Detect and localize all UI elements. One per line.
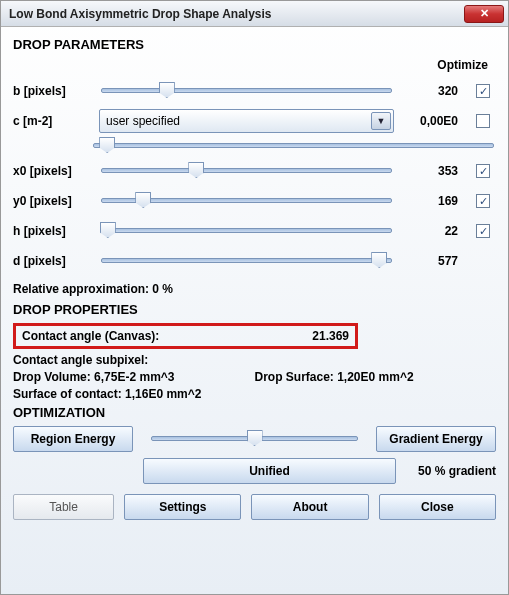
slider-h[interactable]: [99, 223, 394, 239]
slider-knob[interactable]: [159, 82, 175, 98]
titlebar: Low Bond Axisymmetric Drop Shape Analysi…: [1, 1, 508, 27]
optimize-checkbox-y0[interactable]: ✓: [476, 194, 490, 208]
param-label-d: d [pixels]: [13, 254, 91, 268]
param-value-d: 577: [402, 254, 462, 268]
contact-angle-label: Contact angle (Canvas):: [22, 329, 159, 343]
contact-angle-value: 21.369: [312, 329, 349, 343]
slider-b[interactable]: [99, 83, 394, 99]
slider-c[interactable]: [91, 138, 496, 154]
optimize-column-header: Optimize: [13, 58, 496, 72]
optimization-header: OPTIMIZATION: [13, 405, 496, 420]
param-label-b: b [pixels]: [13, 84, 91, 98]
param-value-h: 22: [402, 224, 462, 238]
slider-knob[interactable]: [135, 192, 151, 208]
close-icon: ✕: [480, 7, 489, 20]
drop-volume: Drop Volume: 6,75E-2 mm^3: [13, 370, 255, 384]
optimize-checkbox-h[interactable]: ✓: [476, 224, 490, 238]
relative-approximation: Relative approximation: 0 %: [13, 282, 496, 296]
optimize-checkbox-c[interactable]: [476, 114, 490, 128]
slider-knob[interactable]: [100, 222, 116, 238]
slider-knob[interactable]: [371, 252, 387, 268]
param-value-y0: 169: [402, 194, 462, 208]
c-mode-dropdown[interactable]: user specified ▼: [99, 109, 394, 133]
contact-angle-highlight: Contact angle (Canvas): 21.369: [13, 323, 358, 349]
slider-d[interactable]: [99, 253, 394, 269]
param-label-h: h [pixels]: [13, 224, 91, 238]
slider-y0[interactable]: [99, 193, 394, 209]
region-energy-button[interactable]: Region Energy: [13, 426, 133, 452]
surface-of-contact: Surface of contact: 1,16E0 mm^2: [13, 387, 496, 401]
about-button[interactable]: About: [251, 494, 368, 520]
gradient-energy-button[interactable]: Gradient Energy: [376, 426, 496, 452]
param-label-y0: y0 [pixels]: [13, 194, 91, 208]
param-value-c: 0,00E0: [402, 114, 462, 128]
optimize-checkbox-b[interactable]: ✓: [476, 84, 490, 98]
param-row-b: b [pixels] 320 ✓: [13, 76, 496, 106]
slider-x0[interactable]: [99, 163, 394, 179]
param-label-x0: x0 [pixels]: [13, 164, 91, 178]
param-value-x0: 353: [402, 164, 462, 178]
chevron-down-icon[interactable]: ▼: [371, 112, 391, 130]
drop-properties-header: DROP PROPERTIES: [13, 302, 496, 317]
contact-angle-subpixel: Contact angle subpixel:: [13, 353, 496, 367]
drop-parameters-header: DROP PARAMETERS: [13, 37, 496, 52]
optimize-checkbox-x0[interactable]: ✓: [476, 164, 490, 178]
param-row-d: d [pixels] 577: [13, 246, 496, 276]
energy-balance-slider[interactable]: [149, 431, 360, 447]
window-close-button[interactable]: ✕: [464, 5, 504, 23]
slider-knob[interactable]: [99, 137, 115, 153]
param-row-x0: x0 [pixels] 353 ✓: [13, 156, 496, 186]
slider-knob[interactable]: [188, 162, 204, 178]
slider-knob[interactable]: [247, 430, 263, 446]
c-dropdown-value: user specified: [106, 114, 180, 128]
settings-button[interactable]: Settings: [124, 494, 241, 520]
param-row-y0: y0 [pixels] 169 ✓: [13, 186, 496, 216]
param-value-b: 320: [402, 84, 462, 98]
param-label-c: c [m-2]: [13, 114, 91, 128]
table-button[interactable]: Table: [13, 494, 114, 520]
drop-surface: Drop Surface: 1,20E0 mm^2: [255, 370, 497, 384]
param-row-c: c [m-2] user specified ▼ 0,00E0: [13, 106, 496, 136]
unified-button[interactable]: Unified: [143, 458, 396, 484]
close-button[interactable]: Close: [379, 494, 496, 520]
window-title: Low Bond Axisymmetric Drop Shape Analysi…: [9, 7, 272, 21]
param-row-h: h [pixels] 22 ✓: [13, 216, 496, 246]
gradient-percent: 50 % gradient: [396, 464, 496, 478]
